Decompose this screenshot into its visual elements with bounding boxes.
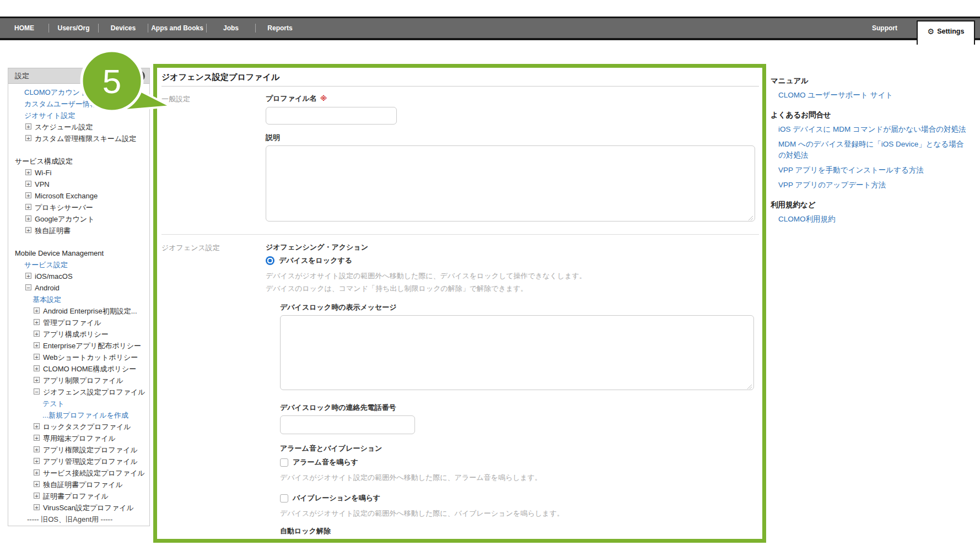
expand-icon[interactable]: + bbox=[34, 377, 40, 383]
sidebar-item[interactable]: +専用端末プロファイル bbox=[8, 433, 149, 444]
expand-icon[interactable]: + bbox=[25, 181, 31, 187]
lock-device-radio[interactable] bbox=[266, 256, 274, 265]
sidebar-item[interactable]: ...新規プロファイルを作成 bbox=[8, 409, 149, 421]
sidebar-item[interactable]: +Webショートカットポリシー bbox=[8, 352, 149, 363]
sidebar-item-label: サービス接続設定プロファイル bbox=[43, 469, 145, 477]
settings-sidebar: 設定 ? CLOMOアカウント設定カスタムユーザー情報設定ジオサイト設定+スケジ… bbox=[8, 68, 150, 526]
nav-item-reports[interactable]: Reports bbox=[256, 24, 304, 32]
sidebar-item[interactable]: −Android bbox=[8, 282, 149, 294]
help-link[interactable]: VPP アプリを手動でインストールする方法 bbox=[778, 165, 969, 176]
expand-icon[interactable]: + bbox=[34, 504, 40, 510]
geofence-section: ジオフェンス設定 ジオフェンシング・アクション デバイスをロックする デバイスが… bbox=[157, 235, 762, 536]
sidebar-item[interactable]: テスト bbox=[8, 398, 149, 409]
collapse-icon[interactable]: − bbox=[25, 284, 31, 290]
expand-icon[interactable]: + bbox=[34, 423, 40, 429]
sidebar-item-label: カスタムユーザー情報設定 bbox=[24, 100, 111, 108]
sidebar-item[interactable]: +アプリ構成ポリシー bbox=[8, 328, 149, 340]
sidebar-item-label: スケジュール設定 bbox=[35, 123, 93, 131]
expand-icon[interactable]: + bbox=[25, 227, 31, 233]
sidebar-item[interactable]: +プロキシサーバー bbox=[8, 202, 149, 213]
sidebar-item[interactable]: +独自証明書 bbox=[8, 225, 149, 236]
top-navigation: HOMEUsers/OrgDevicesApps and BooksJobsRe… bbox=[0, 17, 980, 40]
sidebar-item[interactable]: CLOMOアカウント設定 bbox=[8, 87, 149, 98]
help-icon[interactable]: ? bbox=[134, 71, 145, 82]
profile-name-input[interactable] bbox=[266, 107, 397, 125]
expand-icon[interactable]: + bbox=[34, 354, 40, 360]
lock-phone-input[interactable] bbox=[280, 415, 415, 434]
nav-item-users-org[interactable]: Users/Org bbox=[49, 24, 98, 32]
collapse-icon[interactable]: − bbox=[34, 388, 40, 395]
sidebar-item-label: ロックタスクプロファイル bbox=[43, 423, 131, 431]
gear-icon: ⚙ bbox=[928, 28, 935, 35]
expand-icon[interactable]: + bbox=[34, 331, 40, 337]
expand-icon[interactable]: + bbox=[34, 365, 40, 371]
alarm-checkbox-label: アラーム音を鳴らす bbox=[293, 457, 358, 467]
alarm-checkbox[interactable] bbox=[280, 458, 288, 467]
sidebar-item[interactable]: サービス設定 bbox=[8, 259, 149, 271]
sidebar-item[interactable]: +ロックタスクプロファイル bbox=[8, 421, 149, 433]
nav-item-home[interactable]: HOME bbox=[0, 24, 49, 32]
sidebar-item-label: 基本設定 bbox=[33, 295, 61, 304]
sidebar-item[interactable]: +CLOMO HOME構成ポリシー bbox=[8, 363, 149, 375]
expand-icon[interactable]: + bbox=[34, 493, 40, 499]
expand-icon[interactable]: + bbox=[34, 458, 40, 464]
help-link[interactable]: iOS デバイスに MDM コマンドが届かない場合の対処法 bbox=[778, 124, 969, 135]
help-link[interactable]: VPP アプリのアップデート方法 bbox=[778, 180, 969, 191]
sidebar-item-label: ...新規プロファイルを作成 bbox=[42, 411, 128, 419]
expand-icon[interactable]: + bbox=[25, 169, 31, 175]
sidebar-item-label: アプリ権限設定プロファイル bbox=[43, 446, 138, 454]
nav-item-devices[interactable]: Devices bbox=[99, 24, 148, 32]
sidebar-item-label: iOS/macOS bbox=[35, 272, 73, 280]
sidebar-item-label: VPN bbox=[35, 180, 50, 188]
expand-icon[interactable]: + bbox=[25, 123, 31, 129]
sidebar-item[interactable]: +サービス接続設定プロファイル bbox=[8, 467, 149, 479]
lock-message-textarea[interactable] bbox=[280, 315, 754, 390]
geofence-profile-panel: ジオフェンス設定プロファイル 一般設定 プロファイル名※ 説明 ジオフェンス設定… bbox=[153, 64, 766, 543]
sidebar-item[interactable]: −ジオフェンス設定プロファイル bbox=[8, 386, 149, 398]
sidebar-item[interactable]: +VPN bbox=[8, 179, 149, 190]
expand-icon[interactable]: + bbox=[25, 273, 31, 279]
sidebar-item[interactable]: +独自証明書プロファイル bbox=[8, 479, 149, 490]
sidebar-item[interactable]: +Googleアカウント bbox=[8, 213, 149, 225]
sidebar-item[interactable]: +VirusScan設定プロファイル bbox=[8, 502, 149, 514]
page-title: ジオフェンス設定プロファイル bbox=[161, 72, 759, 82]
nav-item-support[interactable]: Support bbox=[857, 18, 912, 38]
help-link[interactable]: CLOMO利用規約 bbox=[778, 214, 969, 225]
sidebar-item[interactable]: +Wi-Fi bbox=[8, 167, 149, 179]
expand-icon[interactable]: + bbox=[34, 342, 40, 348]
lock-description-2: デバイスのロックは、コマンド「持ち出し制限ロックの解除」で解除できます。 bbox=[266, 284, 762, 293]
expand-icon[interactable]: + bbox=[34, 446, 40, 452]
sidebar-item[interactable]: +証明書プロファイル bbox=[8, 490, 149, 502]
sidebar-item[interactable]: +Android Enterprise初期設定... bbox=[8, 305, 149, 317]
expand-icon[interactable]: + bbox=[25, 192, 31, 198]
sidebar-item[interactable]: +カスタム管理権限スキーム設定 bbox=[8, 133, 149, 144]
sidebar-item[interactable]: +アプリ権限設定プロファイル bbox=[8, 444, 149, 456]
vibration-checkbox-label: バイブレーションを鳴らす bbox=[293, 493, 380, 503]
sidebar-item[interactable]: +管理プロファイル bbox=[8, 317, 149, 328]
expand-icon[interactable]: + bbox=[25, 204, 31, 210]
sidebar-item[interactable]: +スケジュール設定 bbox=[8, 121, 149, 133]
expand-icon[interactable]: + bbox=[34, 307, 40, 314]
sidebar-item[interactable]: 基本設定 bbox=[8, 294, 149, 305]
expand-icon[interactable]: + bbox=[34, 435, 40, 441]
tab-settings[interactable]: ⚙ Settings bbox=[917, 20, 975, 45]
help-link[interactable]: CLOMO ユーザーサポート サイト bbox=[778, 90, 969, 101]
vibration-checkbox[interactable] bbox=[280, 494, 288, 503]
sidebar-item[interactable]: +iOS/macOS bbox=[8, 271, 149, 282]
nav-item-jobs[interactable]: Jobs bbox=[207, 24, 255, 32]
sidebar-item[interactable]: +Enterpriseアプリ配布ポリシー bbox=[8, 340, 149, 352]
expand-icon[interactable]: + bbox=[25, 215, 31, 222]
expand-icon[interactable]: + bbox=[34, 319, 40, 325]
sidebar-item[interactable]: ジオサイト設定 bbox=[8, 110, 149, 121]
sidebar-item[interactable]: +アプリ管理設定プロファイル bbox=[8, 456, 149, 467]
description-textarea[interactable] bbox=[266, 145, 755, 222]
expand-icon[interactable]: + bbox=[34, 469, 40, 476]
settings-tab-label: Settings bbox=[937, 28, 964, 35]
expand-icon[interactable]: + bbox=[34, 481, 40, 487]
expand-icon[interactable]: + bbox=[25, 135, 31, 141]
nav-item-apps-and-books[interactable]: Apps and Books bbox=[148, 24, 206, 32]
help-link[interactable]: MDM へのデバイス登録時に「iOS Device」となる場合の対処法 bbox=[778, 139, 969, 161]
sidebar-item[interactable]: +Microsoft Exchange bbox=[8, 190, 149, 202]
sidebar-item[interactable]: カスタムユーザー情報設定 bbox=[8, 98, 149, 110]
sidebar-item[interactable]: +アプリ制限プロファイル bbox=[8, 375, 149, 386]
